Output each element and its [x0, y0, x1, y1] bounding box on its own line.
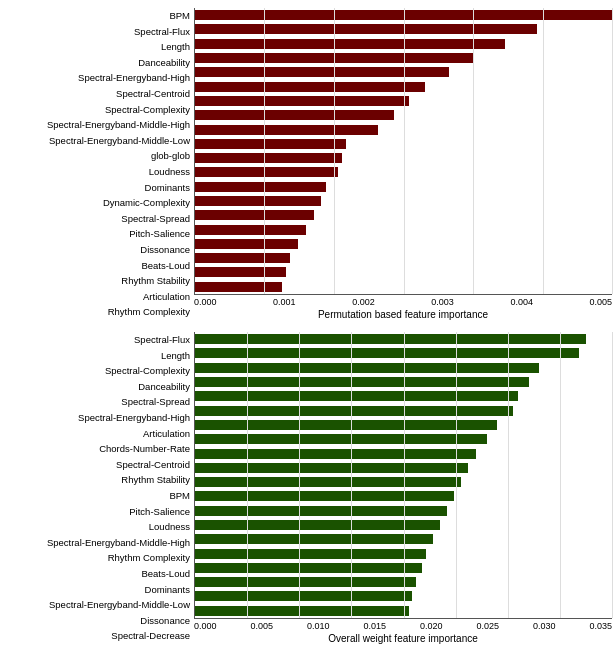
- chart2-x-axis: 0.000 0.005 0.010 0.015 0.020 0.025 0.03…: [194, 619, 612, 631]
- bar: [195, 139, 346, 149]
- y-label: Dynamic-Complexity: [4, 197, 190, 208]
- y-label: Beats-Loud: [4, 568, 190, 579]
- chart1-x-label: Permutation based feature importance: [194, 309, 612, 320]
- y-label: Spectral-Energyband-Middle-Low: [4, 599, 190, 610]
- bar: [195, 348, 579, 358]
- x-tick: 0.005: [250, 621, 273, 631]
- bar: [195, 577, 416, 587]
- bar: [195, 334, 586, 344]
- bar: [195, 182, 326, 192]
- x-tick: 0.020: [420, 621, 443, 631]
- y-label: Spectral-Spread: [4, 213, 190, 224]
- bar: [195, 253, 290, 263]
- y-label: Spectral-Energyband-High: [4, 72, 190, 83]
- y-label: Pitch-Salience: [4, 228, 190, 239]
- y-label: Dominants: [4, 182, 190, 193]
- x-tick: 0.030: [533, 621, 556, 631]
- y-label: Chords-Number-Rate: [4, 443, 190, 454]
- bar: [195, 391, 518, 401]
- bar: [195, 225, 306, 235]
- bar: [195, 67, 449, 77]
- x-tick: 0.010: [307, 621, 330, 631]
- y-label: Spectral-Flux: [4, 26, 190, 37]
- y-label: Pitch-Salience: [4, 506, 190, 517]
- bar: [195, 534, 433, 544]
- y-label: Rhythm Stability: [4, 474, 190, 485]
- y-label: Spectral-Energyband-Middle-High: [4, 119, 190, 130]
- y-label: Length: [4, 350, 190, 361]
- chart2: Spectral-FluxLengthSpectral-ComplexityDa…: [4, 324, 612, 644]
- x-tick: 0.003: [431, 297, 454, 307]
- bar: [195, 406, 513, 416]
- y-label: Spectral-Complexity: [4, 104, 190, 115]
- y-label: Danceability: [4, 57, 190, 68]
- bar: [195, 491, 454, 501]
- x-tick: 0.005: [589, 297, 612, 307]
- y-label: Dissonance: [4, 244, 190, 255]
- y-label: Spectral-Decrease: [4, 630, 190, 641]
- y-label: Articulation: [4, 291, 190, 302]
- bar: [195, 24, 537, 34]
- y-label: Spectral-Centroid: [4, 459, 190, 470]
- bar: [195, 563, 422, 573]
- bar: [195, 196, 321, 206]
- chart1: BPMSpectral-FluxLengthDanceabilitySpectr…: [4, 8, 612, 324]
- bar: [195, 96, 409, 106]
- bar: [195, 463, 468, 473]
- y-label: Dissonance: [4, 615, 190, 626]
- chart1-y-labels: BPMSpectral-FluxLengthDanceabilitySpectr…: [4, 8, 194, 320]
- x-tick: 0.001: [273, 297, 296, 307]
- chart2-x-label: Overall weight feature importance: [194, 633, 612, 644]
- bar: [195, 125, 378, 135]
- bar: [195, 477, 461, 487]
- chart1-bars: [194, 8, 612, 295]
- y-label: Dominants: [4, 584, 190, 595]
- bar: [195, 282, 282, 292]
- bar: [195, 239, 298, 249]
- y-label: Rhythm Complexity: [4, 552, 190, 563]
- bar: [195, 449, 476, 459]
- y-label: Rhythm Complexity: [4, 306, 190, 317]
- x-tick: 0.004: [510, 297, 533, 307]
- x-tick: 0.035: [589, 621, 612, 631]
- y-label: Length: [4, 41, 190, 52]
- y-label: Articulation: [4, 428, 190, 439]
- y-label: Loudness: [4, 166, 190, 177]
- chart1-x-axis: 0.000 0.001 0.002 0.003 0.004 0.005: [194, 295, 612, 307]
- page-container: BPMSpectral-FluxLengthDanceabilitySpectr…: [0, 0, 616, 652]
- y-label: Spectral-Energyband-Middle-High: [4, 537, 190, 548]
- bar: [195, 549, 426, 559]
- x-tick: 0.000: [194, 621, 217, 631]
- y-label: Spectral-Energyband-Middle-Low: [4, 135, 190, 146]
- y-label: Spectral-Flux: [4, 334, 190, 345]
- y-label: Loudness: [4, 521, 190, 532]
- bar: [195, 110, 394, 120]
- y-label: Spectral-Centroid: [4, 88, 190, 99]
- bar: [195, 506, 447, 516]
- y-label: BPM: [4, 10, 190, 21]
- bar: [195, 267, 286, 277]
- y-label: Spectral-Complexity: [4, 365, 190, 376]
- chart2-y-labels: Spectral-FluxLengthSpectral-ComplexityDa…: [4, 332, 194, 644]
- y-label: Spectral-Spread: [4, 396, 190, 407]
- bar: [195, 420, 497, 430]
- y-label: Danceability: [4, 381, 190, 392]
- chart2-bars: [194, 332, 612, 619]
- x-tick: 0.015: [363, 621, 386, 631]
- y-label: glob-glob: [4, 150, 190, 161]
- y-label: Beats-Loud: [4, 260, 190, 271]
- y-label: BPM: [4, 490, 190, 501]
- x-tick: 0.025: [476, 621, 499, 631]
- y-label: Rhythm Stability: [4, 275, 190, 286]
- x-tick: 0.002: [352, 297, 375, 307]
- bar: [195, 434, 487, 444]
- x-tick: 0.000: [194, 297, 217, 307]
- bar: [195, 153, 342, 163]
- bar: [195, 39, 505, 49]
- bar: [195, 606, 409, 616]
- bar: [195, 210, 314, 220]
- bar: [195, 167, 338, 177]
- bar: [195, 591, 412, 601]
- bar: [195, 82, 425, 92]
- bar: [195, 377, 529, 387]
